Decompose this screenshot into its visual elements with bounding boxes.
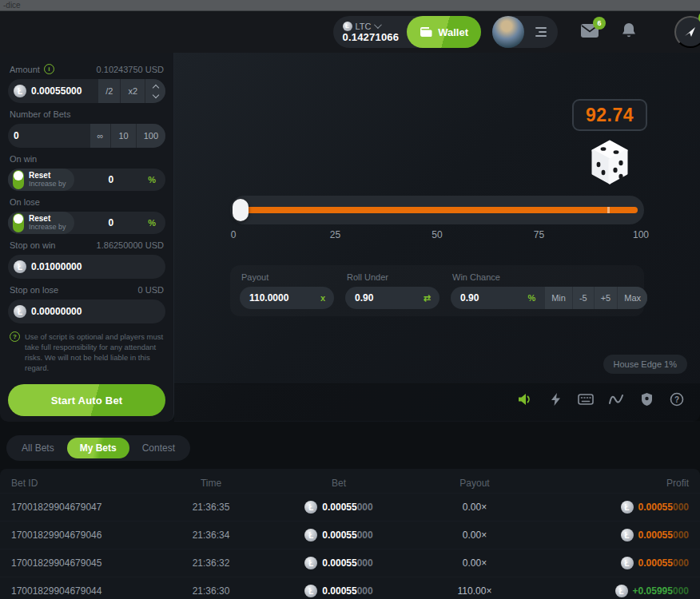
multiplier-x: x bbox=[320, 293, 334, 303]
win-chance-input[interactable]: 0.90 % Min -5 +5 Max bbox=[451, 287, 647, 309]
shield-icon bbox=[641, 392, 653, 407]
stop-on-lose-label: Stop on lose bbox=[10, 285, 58, 295]
bet-payout: 0.00× bbox=[411, 530, 539, 541]
live-stats-button[interactable] bbox=[607, 391, 625, 408]
stop-on-lose-input[interactable]: Ł 0.00000000 bbox=[8, 305, 165, 318]
slider-scale: 0 25 50 75 100 bbox=[233, 229, 641, 240]
table-row[interactable]: 17001829904679047 21:36:35 Ł 0.00055000 … bbox=[0, 493, 700, 521]
menu-icon[interactable] bbox=[524, 27, 558, 37]
bet-payout: 0.00× bbox=[411, 502, 539, 513]
table-row[interactable]: 17001829904679046 21:36:34 Ł 0.00055000 … bbox=[0, 521, 700, 549]
ltc-coin-icon: Ł bbox=[621, 529, 634, 541]
currency-code: LTC bbox=[356, 22, 372, 31]
tab-my-bets[interactable]: My Bets bbox=[67, 438, 129, 458]
my-bets-table: Bet ID Time Bet Payout Profit 1700182990… bbox=[0, 469, 700, 599]
fairness-button[interactable] bbox=[638, 391, 655, 408]
table-row[interactable]: 17001829904679045 21:36:32 Ł 0.00055000 … bbox=[0, 549, 700, 577]
on-win-mode-toggle[interactable]: Reset Increase by bbox=[8, 169, 74, 191]
toggle-icon bbox=[13, 213, 24, 232]
dice-icon bbox=[588, 139, 631, 188]
stop-on-win-input[interactable]: Ł 0.01000000 bbox=[8, 260, 165, 273]
currency-selector[interactable]: Ł LTC 0.14271066 Wallet bbox=[333, 16, 482, 48]
tab-all-bets[interactable]: All Bets bbox=[9, 438, 67, 458]
bet-id: 17001829904679045 bbox=[11, 557, 155, 569]
payout-input[interactable]: 110.0000 x bbox=[240, 287, 334, 309]
on-win-value[interactable]: 0 bbox=[74, 174, 149, 185]
last-roll-marker bbox=[607, 207, 610, 213]
col-bet-id: Bet ID bbox=[11, 478, 155, 489]
dice-game-area: 92.74 bbox=[174, 53, 700, 383]
percent-sign: % bbox=[527, 293, 544, 303]
col-payout: Payout bbox=[411, 478, 539, 489]
bet-time: 21:36:32 bbox=[155, 557, 267, 569]
on-lose-value[interactable]: 0 bbox=[74, 217, 149, 228]
window-titlebar: -dice bbox=[0, 0, 700, 11]
help-icon: ? bbox=[670, 392, 684, 407]
on-win-label: On win bbox=[10, 154, 37, 164]
sound-button[interactable] bbox=[516, 391, 534, 408]
amount-usd: 0.10243750 USD bbox=[97, 65, 164, 74]
start-auto-bet-button[interactable]: Start Auto Bet bbox=[8, 384, 165, 416]
top-navbar: Ł LTC 0.14271066 Wallet 6 99 bbox=[0, 11, 700, 53]
wallet-button[interactable]: Wallet bbox=[407, 16, 481, 48]
roll-under-group: Roll Under 0.90 ⇄ bbox=[345, 272, 439, 309]
table-row[interactable]: 17001829904679044 21:36:30 Ł 0.00055000 … bbox=[0, 577, 700, 599]
ltc-coin-icon: Ł bbox=[621, 501, 634, 514]
swap-icon[interactable]: ⇄ bbox=[424, 293, 439, 303]
tab-contest[interactable]: Contest bbox=[129, 438, 188, 458]
stop-on-win-usd: 1.86250000 USD bbox=[97, 240, 164, 250]
on-win-percent: % bbox=[148, 175, 165, 184]
bets-100-button[interactable]: 100 bbox=[136, 124, 165, 148]
scale-tick: 100 bbox=[633, 229, 649, 240]
double-amount-button[interactable]: x2 bbox=[120, 79, 145, 103]
col-bet: Bet bbox=[267, 478, 411, 489]
game-toolbar: ? bbox=[174, 383, 700, 421]
bets-10-button[interactable]: 10 bbox=[110, 124, 135, 148]
bets-tabs: All Bets My Bets Contest bbox=[6, 435, 190, 461]
help-button[interactable]: ? bbox=[668, 391, 686, 408]
half-amount-button[interactable]: /2 bbox=[97, 79, 120, 103]
messages-button[interactable]: 6 bbox=[580, 23, 599, 41]
payout-group: Payout 110.0000 x bbox=[240, 272, 334, 309]
chat-button[interactable]: 99 bbox=[674, 16, 700, 48]
game-column: 92.74 bbox=[174, 53, 700, 422]
bets-infinite-button[interactable]: ∞ bbox=[89, 124, 111, 148]
win-chance-label: Win Chance bbox=[452, 272, 646, 282]
hotkeys-button[interactable] bbox=[577, 391, 595, 408]
slider-handle[interactable] bbox=[233, 199, 249, 221]
roll-under-input[interactable]: 0.90 ⇄ bbox=[345, 287, 439, 309]
roll-result-box: 92.74 bbox=[572, 99, 647, 131]
roll-result-value: 92.74 bbox=[586, 105, 634, 126]
win-chance-min-button[interactable]: Min bbox=[544, 287, 572, 309]
decrease-icon bbox=[152, 91, 158, 97]
win-chance-minus5-button[interactable]: -5 bbox=[572, 287, 594, 309]
svg-text:?: ? bbox=[674, 395, 679, 404]
payout-label: Payout bbox=[241, 272, 332, 282]
wallet-button-label: Wallet bbox=[438, 26, 468, 38]
on-lose-mode-toggle[interactable]: Reset Increase by bbox=[8, 212, 74, 234]
win-chance-plus5-button[interactable]: +5 bbox=[594, 287, 618, 309]
info-icon[interactable]: i bbox=[44, 64, 54, 74]
win-chance-max-button[interactable]: Max bbox=[617, 287, 647, 309]
on-lose-percent: % bbox=[148, 218, 165, 228]
amount-input[interactable]: Ł 0.00055000 bbox=[8, 85, 97, 97]
stop-on-win-label: Stop on win bbox=[10, 240, 55, 250]
number-of-bets-group: 0 ∞ 10 100 bbox=[8, 124, 165, 148]
dice-slider[interactable] bbox=[230, 196, 644, 224]
currency-info[interactable]: Ł LTC 0.14271066 bbox=[343, 22, 408, 43]
amount-stepper[interactable] bbox=[145, 79, 165, 103]
bet-id: 17001829904679047 bbox=[11, 502, 155, 513]
bet-amount: Ł 0.00055000 bbox=[267, 529, 411, 541]
wallet-icon bbox=[420, 26, 432, 38]
number-of-bets-input[interactable]: 0 bbox=[8, 130, 89, 141]
instant-bet-button[interactable] bbox=[547, 391, 564, 408]
chat-icon bbox=[683, 25, 698, 39]
notifications-button[interactable] bbox=[622, 22, 636, 42]
bet-parameters-panel: Payout 110.0000 x Roll Under 0.90 ⇄ Win … bbox=[230, 265, 644, 316]
bet-time: 21:36:30 bbox=[155, 585, 267, 597]
scale-tick: 0 bbox=[231, 229, 237, 240]
reset-option: Reset bbox=[29, 172, 66, 180]
profile-menu[interactable] bbox=[492, 16, 558, 48]
avatar[interactable] bbox=[492, 16, 524, 48]
keyboard-icon bbox=[578, 394, 594, 405]
